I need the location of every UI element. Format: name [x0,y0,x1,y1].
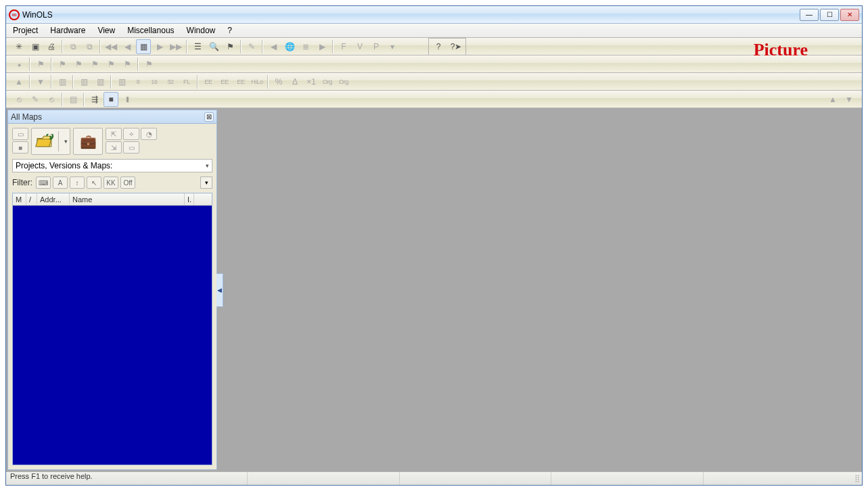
forward-icon[interactable]: ▶ [152,39,167,54]
list-icon[interactable]: ☰ [190,39,205,54]
panel-tool-3-icon[interactable]: ◔ [141,128,157,140]
n32-icon[interactable]: 32 [163,74,178,89]
new-project-icon[interactable]: ✳ [12,39,26,54]
open-project-dropdown-icon[interactable]: ▾ [64,138,68,145]
menu-view[interactable]: View [95,24,118,37]
column-header[interactable]: Name [70,193,185,205]
fast-forward-icon[interactable]: ▶▶ [168,39,183,54]
panel-close-button[interactable]: ⊠ [204,112,214,122]
tool-a-icon[interactable]: ✎ [244,39,259,54]
menu-help[interactable]: ? [225,24,235,37]
ee2-icon[interactable]: EE [217,74,232,89]
projects-versions-dropdown[interactable]: Projects, Versions & Maps: ▾ [12,159,212,172]
flag4-icon[interactable]: ⚑ [87,57,102,72]
prev-icon[interactable]: ◀ [266,39,281,54]
filter-dropdown-button[interactable]: ▾ [200,177,212,189]
n8-icon[interactable]: 8 [131,74,145,89]
flag3-icon[interactable]: ⚑ [71,57,86,72]
menubar: Project Hardware View Miscellanous Windo… [6,24,862,38]
briefcase-button[interactable]: 💼 [73,128,103,155]
dropdown-icon[interactable]: ▾ [385,39,400,54]
panel-tool-2-icon[interactable]: ✧ [123,128,139,140]
filter-keyboard-button[interactable]: ⌨ [36,177,51,189]
ee3-icon[interactable]: EE [233,74,248,89]
x1-icon[interactable]: ×1 [304,74,319,89]
column-header[interactable]: / [26,193,37,205]
filter-a-button[interactable]: A [53,177,68,189]
globe-icon[interactable]: 🌐 [282,39,297,54]
fl-icon[interactable]: FL [179,74,194,89]
minimize-button[interactable]: — [800,9,819,21]
color-icon[interactable]: ■ [104,92,118,107]
flag7-icon[interactable]: ⚑ [141,57,156,72]
org1-icon[interactable]: Org [320,74,335,89]
column-header[interactable]: M [13,193,26,205]
print-icon[interactable]: 🖨 [44,39,59,54]
grid-icon[interactable]: ▦ [136,39,151,54]
bar4-icon[interactable]: ▥ [114,74,129,89]
hilo-icon[interactable]: HiLo [250,74,265,89]
filter-sort-button[interactable]: ↕ [70,177,85,189]
f-icon[interactable]: F [336,39,351,54]
flag1-icon[interactable]: ⚑ [33,57,48,72]
menu-miscellanous[interactable]: Miscellanous [124,24,177,37]
maps-list-header[interactable]: M/Addr...NameI. [13,193,212,206]
next-icon[interactable]: ▶ [315,39,329,54]
dn-icon[interactable]: ▼ [33,74,48,89]
whats-this-button[interactable]: ?➤ [449,39,463,54]
flag5-icon[interactable]: ⚑ [104,57,118,72]
filter-cursor-button[interactable]: ↖ [87,177,101,189]
flag6-icon[interactable]: ⚑ [120,57,135,72]
bar2-icon[interactable]: ▥ [76,74,91,89]
maximize-button[interactable]: ☐ [820,9,839,21]
p-icon[interactable]: P [369,39,384,54]
pct-icon[interactable]: % [271,74,286,89]
panel-new-doc-icon[interactable]: ▭ [12,128,28,140]
dn2-icon[interactable]: ▼ [842,92,856,107]
marker-icon[interactable]: ⬥ [12,57,26,72]
panel-stop-icon[interactable]: ■ [12,141,28,154]
panel-title[interactable]: All Maps ⊠ [8,110,216,124]
ecu-icon[interactable]: ▣ [28,39,43,54]
menu-window[interactable]: Window [184,24,219,37]
help-button[interactable]: ? [431,39,446,54]
up2-icon[interactable]: ▲ [825,92,840,107]
filter-kk-button[interactable]: KK [104,177,118,189]
back-icon[interactable]: ◀ [120,39,135,54]
client-area: All Maps ⊠ ▭ ■ ▾ 💼 ⇱ ✧ ◔ [6,108,862,471]
n16-icon[interactable]: 16 [147,74,162,89]
filter-off-button[interactable]: Off [120,177,135,189]
panel-collapse-handle[interactable]: ◀ [216,273,223,307]
v-icon[interactable]: V [352,39,367,54]
bars-icon[interactable]: ⦀ [120,92,135,107]
t4b-icon[interactable]: ✎ [28,92,43,107]
up-icon[interactable]: ▲ [12,74,26,89]
flag-icon[interactable]: ⚑ [223,39,237,54]
t4a-icon[interactable]: ⎋ [12,92,26,107]
resize-grip-icon[interactable]: ⣿ [854,474,858,483]
t4c-icon[interactable]: ⎋ [44,92,59,107]
maps-list-body[interactable] [13,206,212,465]
paste-icon[interactable]: ⧉ [82,39,97,54]
flag2-icon[interactable]: ⚑ [55,57,70,72]
column-header[interactable]: I. [185,193,194,205]
stack-icon[interactable]: ≣ [298,39,313,54]
find-icon[interactable]: 🔍 [206,39,221,54]
copy-icon[interactable]: ⧉ [66,39,81,54]
bar1-icon[interactable]: ▥ [55,74,70,89]
bar3-icon[interactable]: ▥ [93,74,108,89]
column-header[interactable]: Addr... [37,193,70,205]
menu-project[interactable]: Project [10,24,41,37]
open-project-button[interactable]: ▾ [31,128,70,155]
rewind-icon[interactable]: ◀◀ [104,39,118,54]
panel-tool-5-icon[interactable]: ▭ [123,141,139,154]
ee1-icon[interactable]: EE [201,74,216,89]
panel-tool-4-icon[interactable]: ⇲ [106,141,122,154]
tree-icon[interactable]: ⇶ [87,92,102,107]
menu-hardware[interactable]: Hardware [47,24,88,37]
panel-tool-1-icon[interactable]: ⇱ [106,128,122,140]
close-button[interactable]: ✕ [840,9,859,21]
delta-icon[interactable]: Δ [288,74,302,89]
t4d-icon[interactable]: ▤ [66,92,81,107]
org2-icon[interactable]: Org [336,74,351,89]
